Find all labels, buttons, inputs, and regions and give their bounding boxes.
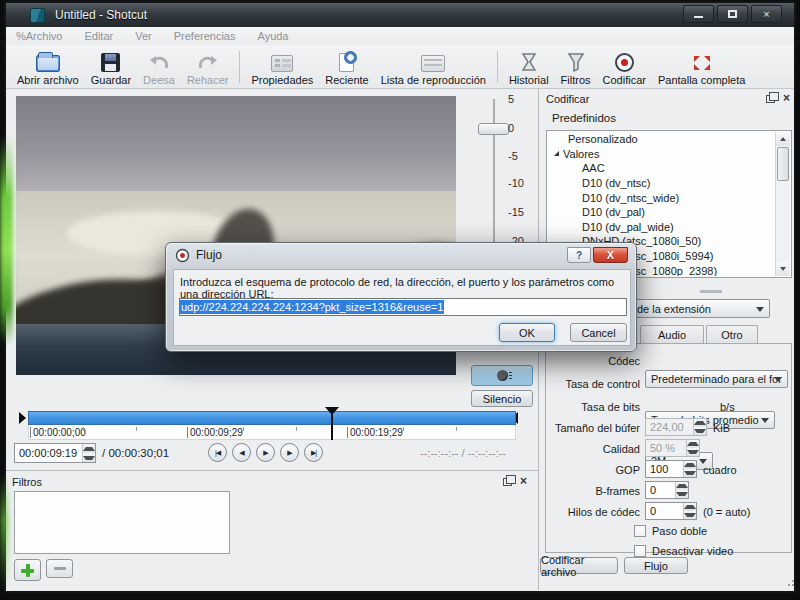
add-filter-button[interactable] (14, 559, 41, 581)
volume-toggle-button[interactable] (471, 365, 533, 386)
chevron-down-icon (774, 377, 782, 382)
record-icon (176, 248, 189, 261)
preset-item[interactable]: Personalizado (548, 132, 775, 147)
threads-spinbox[interactable]: 0 (645, 502, 697, 520)
timecode-spinbox[interactable]: 00:00:09:19 (14, 443, 96, 463)
preset-item[interactable]: D10 (dv_pal) (548, 205, 775, 220)
splitter-handle[interactable] (700, 290, 722, 293)
url-input[interactable]: udp://224.224.224.224:1234?pkt_size=1316… (179, 298, 627, 316)
tab-otro[interactable]: Otro (706, 325, 758, 344)
filters-list[interactable] (14, 491, 230, 554)
codec-dropdown[interactable]: Predeterminado para el for (645, 370, 788, 388)
save-button[interactable]: Guardar (88, 47, 134, 87)
record-icon (615, 53, 634, 72)
open-file-button[interactable]: Abrir archivo (14, 47, 82, 87)
properties-button[interactable]: Propiedades (248, 47, 316, 87)
window-title: Untitled - Shotcut (55, 8, 147, 22)
presets-label: Predefinidos (552, 112, 616, 124)
fullscreen-button[interactable]: Pantalla completa (655, 47, 748, 87)
menu-preferencias[interactable]: Preferencias (174, 30, 236, 42)
stream-button[interactable]: Flujo (624, 557, 688, 574)
undo-arrow-icon (147, 54, 171, 72)
open-folder-icon (36, 55, 60, 72)
dialog-title-bar[interactable]: Flujo (176, 248, 222, 262)
filters-panel-header[interactable]: Filtros × (7, 473, 537, 490)
playlist-button[interactable]: Lista de reproducción (378, 47, 489, 87)
minimize-button[interactable] (683, 5, 714, 23)
menu-ver[interactable]: Ver (135, 30, 152, 42)
dialog-close-button[interactable]: X (593, 247, 628, 263)
properties-icon (271, 55, 293, 72)
close-panel-icon[interactable]: × (520, 477, 527, 486)
timecode-spin-arrows[interactable] (82, 444, 95, 462)
timeline-ruler[interactable] (28, 425, 516, 440)
close-button[interactable]: × (751, 5, 782, 23)
volume-tick: 0 (508, 122, 514, 134)
float-panel-icon[interactable] (766, 95, 775, 103)
filters-button[interactable]: Filtros (558, 47, 594, 87)
stream-dialog[interactable]: Flujo ? X Introduzca el esquema de proto… (165, 242, 637, 352)
title-bar[interactable]: Untitled - Shotcut × (6, 3, 794, 27)
maximize-icon (728, 10, 737, 18)
scroll-up-icon[interactable] (776, 132, 790, 146)
scroll-down-icon[interactable] (776, 262, 790, 276)
maximize-button[interactable] (717, 5, 748, 23)
menu-editar[interactable]: Editar (84, 30, 113, 42)
trim-in-handle[interactable] (19, 412, 26, 424)
preset-item[interactable]: D10 (dv_pal_wide) (548, 220, 775, 235)
encode-button[interactable]: Codificar (600, 47, 649, 87)
fullscreen-arrows-icon (692, 54, 712, 72)
shotcut-window: Untitled - Shotcut × %Archivo Editar Ver… (0, 0, 800, 600)
ok-button[interactable]: OK (499, 323, 555, 342)
preset-item-valores[interactable]: Valores (548, 147, 775, 162)
threads-label: Hilos de códec (540, 506, 640, 518)
timeline-selection-bar[interactable] (28, 411, 516, 425)
history-button[interactable]: Historial (506, 47, 552, 87)
spin-up-icon (83, 447, 95, 451)
previous-frame-button[interactable]: ◀ (232, 443, 251, 462)
dual-pass-label: Paso doble (652, 525, 707, 537)
volume-tick: -5 (508, 150, 518, 162)
presets-scrollbar[interactable] (775, 132, 790, 276)
cancel-button[interactable]: Cancel (570, 323, 627, 342)
bframes-spinbox[interactable]: 0 (645, 481, 689, 499)
buffer-label: Tamaño del búfer (540, 422, 640, 434)
volume-tick: 5 (508, 93, 514, 105)
float-panel-icon[interactable] (503, 478, 512, 486)
menu-archivo[interactable]: %Archivo (16, 30, 62, 42)
preset-item[interactable]: AAC (548, 161, 775, 176)
volume-slider-handle[interactable] (478, 123, 509, 135)
playlist-icon (421, 55, 445, 72)
encode-file-button[interactable]: Codificar archivo (540, 557, 618, 574)
recent-button[interactable]: Reciente (322, 47, 371, 87)
scrollbar-thumb[interactable] (777, 147, 789, 181)
dual-pass-checkbox[interactable] (634, 525, 646, 537)
buffer-spinbox[interactable]: 224,00 (645, 418, 707, 436)
disable-video-checkbox[interactable] (634, 545, 646, 557)
next-frame-button[interactable]: ▶ (280, 443, 299, 462)
quality-spinbox[interactable]: 50 % (645, 439, 700, 457)
skip-end-button[interactable]: ▶| (304, 443, 323, 462)
transport-controls: |◀ ◀ ▶ ▶ ▶| (208, 443, 323, 462)
mute-button[interactable]: Silencio (471, 390, 533, 407)
encode-panel-header[interactable]: Codificar × (540, 90, 794, 107)
resize-grip[interactable] (786, 578, 794, 586)
skip-start-button[interactable]: |◀ (208, 443, 227, 462)
preset-item[interactable]: D10 (dv_ntsc_wide) (548, 190, 775, 205)
redo-button[interactable]: Rehacer (184, 47, 232, 87)
bframes-label: B-frames (540, 485, 640, 497)
preset-item[interactable]: D10 (dv_ntsc) (548, 176, 775, 191)
ruler-tick (83, 427, 84, 431)
gop-suffix: cuadro (703, 464, 737, 476)
menu-ayuda[interactable]: Ayuda (258, 30, 289, 42)
undo-button[interactable]: Deesa (140, 47, 178, 87)
gop-spinbox[interactable]: 100 (645, 460, 697, 478)
tab-audio[interactable]: Audio (640, 325, 704, 344)
play-button[interactable]: ▶ (256, 443, 275, 462)
remove-filter-button[interactable] (46, 559, 73, 578)
close-panel-icon[interactable]: × (783, 94, 790, 103)
volume-icon (497, 370, 508, 381)
tree-expander-icon[interactable] (554, 151, 559, 156)
playhead-marker[interactable] (325, 407, 339, 415)
dialog-help-button[interactable]: ? (567, 247, 591, 263)
